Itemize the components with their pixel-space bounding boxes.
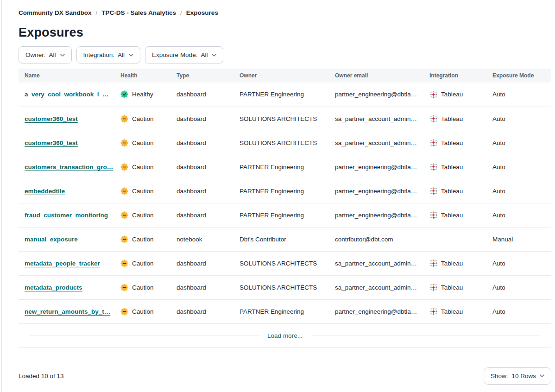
breadcrumb-environment[interactable]: TPC-DS - Sales Analytics [101,9,176,16]
integration-label: Tableau [441,308,463,315]
owner-cell: SOLUTIONS ARCHITECTS [240,131,335,155]
owner-email-cell: sa_partner_account_admin… [335,251,429,275]
owner-filter-button[interactable]: Owner: All [19,46,72,63]
show-label: Show: [491,373,508,379]
breadcrumb-separator: / [96,9,98,16]
type-cell: dashboard [177,275,240,299]
owner-email-cell: sa_partner_account_admin… [335,275,429,299]
table-row: embeddedtile [19,179,551,203]
health-badge-icon [120,235,128,243]
page-title: Exposures [19,25,551,40]
show-value: 10 Rows [511,373,536,379]
exposure-name-link[interactable]: embeddedtile [25,188,65,195]
health-badge-icon [120,187,128,195]
health-label: Healthy [132,91,153,98]
integration-cell-content: Tableau [429,90,492,99]
health-badge-icon [120,284,128,291]
owner-email-cell: partner_engineering@dbtla… [335,82,429,107]
table-row: new_return_amounts_by_t… [19,299,551,323]
owner-cell: SOLUTIONS ARCHITECTS [240,107,335,131]
tableau-icon [429,139,438,147]
pagination-footer: Loaded 10 of 13 Show: 10 Rows [19,367,551,385]
show-rows-button[interactable]: Show: 10 Rows [484,367,551,385]
owner-cell: PARTNER Engineering [240,203,335,227]
owner-email-cell: partner_engineering@dbtla… [335,155,429,179]
exposure-mode-cell: Auto [492,107,551,131]
exposure-mode-cell: Auto [492,155,551,179]
health-badge-icon [120,139,128,147]
breadcrumb-project[interactable]: Community DX Sandbox [19,9,92,16]
chevron-down-icon [540,374,544,377]
integration-cell-content: Tableau [429,307,492,316]
exposure-name-link[interactable]: metadata_people_tracker [25,260,100,267]
exposure-mode-cell: Auto [492,275,551,299]
integration-cell-content: Tableau [429,187,492,195]
table-row: manual_exposure [19,227,551,251]
table-row: fraud_customer_monitoring [19,203,551,227]
owner-cell: Dbt's Contributor [240,227,335,251]
type-cell: dashboard [177,251,240,275]
table-row: customer360_test [19,131,551,155]
owner-cell: PARTNER Engineering [240,155,335,179]
health-badge-icon [120,90,128,98]
health-label: Caution [132,308,154,315]
load-more-link[interactable]: Load more... [259,332,311,339]
health-badge-icon [120,115,128,123]
integration-label: Tableau [441,164,463,171]
health-badge-icon [120,163,128,171]
exposure-mode-cell: Auto [492,179,551,203]
integration-cell-content: Tableau [429,139,492,147]
column-header-exposure-mode: Exposure Mode [492,69,551,82]
integration-label: Tableau [441,188,463,195]
filter-label: Owner: [25,51,46,58]
table-body: a_very_cool_workbook_i_… [19,82,551,323]
exposure-name-link[interactable]: metadata_products [25,284,82,291]
table-row: metadata_people_tracker [19,251,551,275]
owner-email-cell: contributor@dbt.com [335,227,429,251]
exposures-page: Community DX Sandbox / TPC-DS - Sales An… [19,0,551,385]
table-row: customers_transaction_gro… [19,155,551,179]
exposure-name-link[interactable]: new_return_amounts_by_t… [25,308,110,315]
chevron-down-icon [129,54,133,57]
exposure-name-link[interactable]: manual_exposure [25,236,78,243]
tableau-icon [429,163,438,171]
table-row: customer360_test [19,107,551,131]
exposure-name-link[interactable]: customer360_test [25,139,78,146]
health-badge-icon [120,211,128,219]
type-cell: dashboard [177,179,240,203]
loaded-count: Loaded 10 of 13 [19,373,64,379]
integration-cell-content: Tableau [429,283,492,291]
health-label: Caution [132,115,154,122]
integration-cell-content: Tableau [429,114,492,123]
filter-bar: Owner: All Integration: All Exposure Mod… [19,46,551,63]
owner-cell: SOLUTIONS ARCHITECTS [240,275,335,299]
tableau-icon [429,307,438,316]
integration-label: Tableau [441,284,463,291]
health-label: Caution [132,139,154,146]
integration-filter-button[interactable]: Integration: All [76,46,141,63]
exposure-mode-filter-button[interactable]: Exposure Mode: All [145,46,223,63]
panel-divider [1,0,2,392]
filter-label: Integration: [83,51,115,58]
tableau-icon [429,114,438,123]
health-label: Caution [132,260,154,267]
tableau-icon [429,90,438,99]
tableau-icon [429,259,438,267]
table-row: metadata_products [19,275,551,299]
column-header-integration: Integration [429,69,492,82]
exposure-name-link[interactable]: customers_transaction_gro… [25,164,113,171]
exposure-name-link[interactable]: fraud_customer_monitoring [25,212,108,219]
chevron-down-icon [60,54,65,57]
exposures-table: Name Health Type Owner Owner email Integ… [19,69,551,324]
table-row: a_very_cool_workbook_i_… [19,82,551,107]
health-badge-icon [120,308,128,316]
tableau-icon [429,283,438,291]
exposure-name-link[interactable]: customer360_test [25,115,78,122]
type-cell: dashboard [177,155,240,179]
exposure-name-link[interactable]: a_very_cool_workbook_i_… [25,91,109,98]
owner-email-cell: partner_engineering@dbtla… [335,179,429,203]
health-label: Caution [132,212,154,219]
column-header-health: Health [120,69,177,82]
owner-cell: SOLUTIONS ARCHITECTS [240,251,335,275]
type-cell: dashboard [177,203,240,227]
